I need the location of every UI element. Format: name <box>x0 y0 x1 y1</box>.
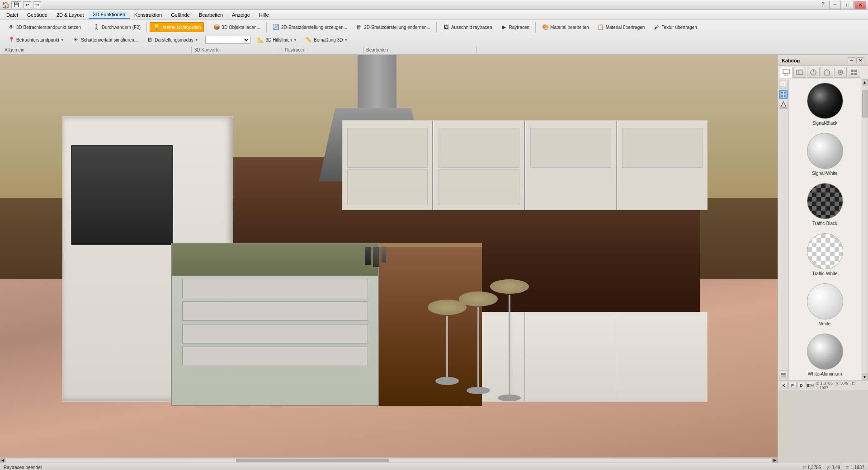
material-signal-white[interactable]: Signal-White <box>791 131 859 178</box>
app-logo: 🏠 <box>2 1 9 9</box>
menu-anzeige[interactable]: Anzeige <box>227 11 255 19</box>
btn-bemassung[interactable]: 📏 Bemaßung 3D ▼ <box>302 35 351 45</box>
scroll-down-arrow[interactable]: ▼ <box>862 374 868 380</box>
display-icon: 🖥 <box>146 36 153 43</box>
btn-material-uebertragen[interactable]: 📋 Material übertragen <box>594 22 648 32</box>
btn-3d-viewpoint[interactable]: 👁 3D Betrachterstandpunkt setzen <box>5 22 84 32</box>
btn-darstellungsmodus[interactable]: 🖥 Darstellungsmodus ▼ <box>143 35 202 45</box>
walk-icon: 🚶 <box>93 24 100 31</box>
catalog-tab-5[interactable] <box>848 67 860 78</box>
catalog-btn-d[interactable]: D <box>797 382 805 389</box>
btn-material-bearbeiten[interactable]: 🎨 Material bearbeiten <box>538 22 592 32</box>
svg-rect-11 <box>854 73 857 75</box>
dropdown-arrow2: ▼ <box>195 38 198 42</box>
material-white-aluminium[interactable]: White-Aluminium <box>791 332 859 378</box>
btn-textur-uebertragen[interactable]: 🖌 Textur übertragen <box>650 22 700 32</box>
menu-gelaende[interactable]: Gelände <box>166 11 194 19</box>
btn-hilfslinien[interactable]: 📐 3D Hilfslinien ▼ <box>254 35 300 45</box>
menu-datei[interactable]: Datei <box>2 11 23 19</box>
window-close-button[interactable]: ✕ <box>854 1 866 9</box>
stool-3 <box>490 279 529 422</box>
scroll-up-arrow[interactable]: ▲ <box>862 79 868 85</box>
menu-konstruktion[interactable]: Konstruktion <box>130 11 166 19</box>
swatch-white-aluminium <box>807 334 843 370</box>
btn-interne-lichtquellen[interactable]: 💡 Interne Lichtquellen <box>150 22 204 32</box>
material-traffic-white[interactable]: Traffic-White <box>791 231 859 278</box>
label-raytracen: Raytracen <box>282 46 363 53</box>
catalog-header: Katalog ─ ✕ <box>778 55 868 66</box>
btn-durchwandern[interactable]: 🚶 Durchwandern (F2) <box>90 22 144 32</box>
material-traffic-black[interactable]: Traffic-Black <box>791 181 859 228</box>
quick-save[interactable]: 💾 <box>11 1 21 8</box>
coord-z-label: z: <box>846 465 849 470</box>
viewport-scrollbar-h[interactable]: ◀ ▶ <box>0 457 778 463</box>
cabinet-u1 <box>343 121 434 209</box>
window-minimize-button[interactable]: ─ <box>829 1 841 9</box>
catalog-tabs <box>778 66 868 79</box>
bemassung-icon: 📏 <box>305 36 312 43</box>
btn-3d-objekte[interactable]: 📦 3D Objekte laden... <box>210 22 264 32</box>
catalog-scrollbar[interactable]: ▲ ▼ <box>861 79 868 380</box>
menu-3d-funktionen[interactable]: 3D Funktionen <box>89 11 130 19</box>
material-signal-black[interactable]: Signal-Black <box>791 81 859 127</box>
material-white[interactable]: White <box>791 282 859 328</box>
toolbar-section-light: 💡 Interne Lichtquellen <box>147 22 207 33</box>
dropdown-arrow: ▼ <box>61 38 64 42</box>
label-white: White <box>819 321 831 326</box>
catalog-minimize[interactable]: ─ <box>848 57 855 63</box>
cabinet-u4 <box>618 121 708 209</box>
coord-y-value: 3,49 <box>831 465 840 470</box>
lower-c3 <box>526 312 616 401</box>
catalog-tab-3[interactable] <box>821 67 833 78</box>
btn-ausschnitt-raytracen[interactable]: 🖼 Ausschnitt raytracen <box>439 22 495 32</box>
material-transfer-icon: 📋 <box>597 24 604 31</box>
catalog-btn-bim[interactable]: BIM <box>806 382 814 389</box>
status-coords: x: 1,3785 y: 3,49 z: 1,1937 <box>802 465 864 470</box>
betrachter-select[interactable] <box>205 36 250 44</box>
svg-rect-2 <box>797 70 803 75</box>
scroll-track[interactable] <box>862 85 868 374</box>
convert-icon: 🔄 <box>273 24 280 31</box>
svg-marker-18 <box>781 102 786 107</box>
side-tab-0[interactable] <box>779 80 788 89</box>
quick-redo[interactable]: ↪ <box>33 1 41 8</box>
title-bar: 🏠 💾 ↩ ↪ ? ─ □ ✕ <box>0 0 868 10</box>
menu-2d-layout[interactable]: 2D & Layout <box>52 11 89 19</box>
catalog-tab-1[interactable] <box>793 67 806 78</box>
status-message: Raytracen beendet <box>4 465 42 470</box>
toolbar-section-raytrace: 🖼 Ausschnitt raytracen ▶ Raytracen <box>437 22 536 33</box>
side-tab-3[interactable] <box>779 370 788 379</box>
help-icon[interactable]: ? <box>818 1 828 9</box>
swatch-traffic-black <box>807 183 843 219</box>
catalog-tab-2[interactable] <box>807 67 820 78</box>
catalog-btn-k[interactable]: K <box>780 382 788 389</box>
texture-icon: 🖌 <box>653 24 660 31</box>
catalog-close[interactable]: ✕ <box>856 57 864 63</box>
label-traffic-white: Traffic-White <box>812 271 837 276</box>
quick-undo[interactable]: ↩ <box>23 1 31 8</box>
catalog-tab-0[interactable] <box>780 67 793 78</box>
label-bearbeiten: Bearbeiten <box>363 46 476 53</box>
side-tab-1[interactable] <box>779 90 788 99</box>
title-bar-left: 🏠 💾 ↩ ↪ <box>2 1 41 9</box>
svg-rect-0 <box>783 69 789 74</box>
menu-hilfe[interactable]: Hilfe <box>255 11 274 19</box>
dropdown-arrow3: ▼ <box>293 38 297 42</box>
side-tab-2[interactable] <box>779 100 788 109</box>
viewport[interactable]: ◀ ▶ <box>0 55 778 463</box>
svg-rect-1 <box>784 75 788 75</box>
btn-betrachter-dropdown[interactable]: 📍 Betrachterstandpunkt ▼ <box>5 35 67 45</box>
dropdown-arrow4: ▼ <box>344 38 348 42</box>
svg-line-13 <box>784 85 786 87</box>
menu-gebaeude[interactable]: Gebäude <box>23 11 52 19</box>
menu-bearbeiten[interactable]: Bearbeiten <box>194 11 227 19</box>
scroll-thumb[interactable] <box>862 90 868 118</box>
btn-2d-ersatz-erzeugen[interactable]: 🔄 2D-Ersatzdarstellung erzeugen... <box>269 22 350 32</box>
btn-schattenverlauf[interactable]: ☀ Schattenverlauf simulieren... <box>69 35 141 45</box>
btn-2d-ersatz-entfernen[interactable]: 🗑 2D-Ersatzdarstellung entfernen... <box>352 22 434 32</box>
catalog-btn-p[interactable]: P <box>788 382 796 389</box>
catalog-tab-4[interactable] <box>834 67 847 78</box>
window-maximize-button[interactable]: □ <box>842 1 854 9</box>
toolbar-section-konverter: 🔄 2D-Ersatzdarstellung erzeugen... 🗑 2D-… <box>267 22 437 33</box>
btn-raytracen[interactable]: ▶ Raytracen <box>497 22 533 32</box>
